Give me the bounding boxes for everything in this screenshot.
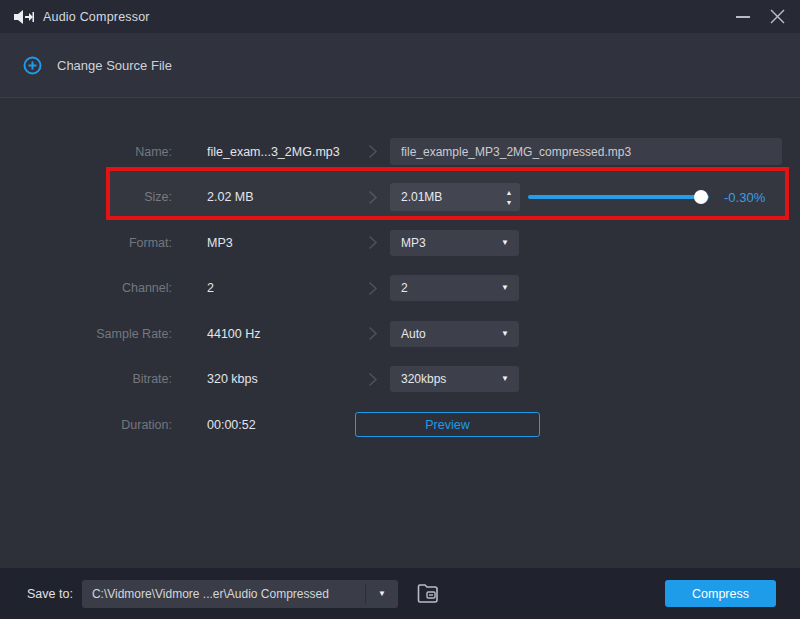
window-controls xyxy=(726,0,794,33)
window-title: Audio Compressor xyxy=(43,10,150,24)
save-to-label: Save to: xyxy=(27,587,73,601)
slider-thumb[interactable] xyxy=(694,190,708,204)
format-row: Format: MP3 MP3 ▼ xyxy=(0,220,800,266)
format-source-value: MP3 xyxy=(207,236,355,250)
size-row: Size: 2.02 MB ▲ ▼ -0.30% xyxy=(0,175,800,221)
duration-value: 00:00:52 xyxy=(207,418,355,432)
spinner-buttons: ▲ ▼ xyxy=(498,189,520,206)
chevron-right-icon xyxy=(355,281,390,296)
change-source-file-label: Change Source File xyxy=(57,58,172,73)
chevron-right-icon xyxy=(355,190,390,205)
bitrate-selected-value: 320kbps xyxy=(401,372,446,386)
compress-button[interactable]: Compress xyxy=(665,580,776,607)
slider-track[interactable] xyxy=(528,195,709,199)
close-icon xyxy=(770,9,785,24)
bitrate-dropdown[interactable]: 320kbps ▼ xyxy=(390,366,519,392)
sample-rate-row: Sample Rate: 44100 Hz Auto ▼ xyxy=(0,311,800,357)
channel-label: Channel: xyxy=(0,281,172,295)
spin-up-icon[interactable]: ▲ xyxy=(506,189,513,196)
preview-button[interactable]: Preview xyxy=(355,412,540,437)
size-reduction-percent: -0.30% xyxy=(724,190,765,205)
chevron-down-icon: ▼ xyxy=(501,375,509,383)
channel-source-value: 2 xyxy=(207,281,355,295)
footer-bar: Save to: C:\Vidmore\Vidmore ...er\Audio … xyxy=(0,568,800,619)
audio-compressor-window: Audio Compressor Change Source File Name… xyxy=(0,0,800,619)
chevron-right-icon xyxy=(355,144,390,159)
settings-panel: Name: file_exam...3_2MG.mp3 Size: 2.02 M… xyxy=(0,99,800,568)
minimize-button[interactable] xyxy=(726,0,760,33)
path-dropdown-button[interactable]: ▼ xyxy=(366,589,398,598)
plus-circle-icon xyxy=(23,56,42,75)
chevron-right-icon xyxy=(355,235,390,250)
minimize-icon xyxy=(736,16,750,18)
name-label: Name: xyxy=(0,145,172,159)
sample-rate-dropdown[interactable]: Auto ▼ xyxy=(390,321,519,347)
channel-selected-value: 2 xyxy=(401,281,408,295)
size-label: Size: xyxy=(0,190,172,204)
bitrate-row: Bitrate: 320 kbps 320kbps ▼ xyxy=(0,357,800,403)
format-selected-value: MP3 xyxy=(401,236,426,250)
size-source-value: 2.02 MB xyxy=(207,190,355,204)
bitrate-label: Bitrate: xyxy=(0,372,172,386)
sample-rate-selected-value: Auto xyxy=(401,327,426,341)
chevron-right-icon xyxy=(355,326,390,341)
duration-label: Duration: xyxy=(0,418,172,432)
format-label: Format: xyxy=(0,236,172,250)
sample-rate-source-value: 44100 Hz xyxy=(207,327,355,341)
save-path-combo[interactable]: C:\Vidmore\Vidmore ...er\Audio Compresse… xyxy=(82,580,398,608)
speaker-compress-icon xyxy=(14,9,34,25)
spin-down-icon[interactable]: ▼ xyxy=(506,199,513,206)
chevron-down-icon: ▼ xyxy=(501,239,509,247)
folder-icon xyxy=(416,583,440,604)
browse-folder-button[interactable] xyxy=(415,582,441,606)
title-bar: Audio Compressor xyxy=(0,0,800,33)
change-source-file-button[interactable]: Change Source File xyxy=(0,33,800,98)
chevron-down-icon: ▼ xyxy=(378,589,386,598)
chevron-right-icon xyxy=(355,372,390,387)
sample-rate-label: Sample Rate: xyxy=(0,327,172,341)
bitrate-source-value: 320 kbps xyxy=(207,372,355,386)
close-button[interactable] xyxy=(760,0,794,33)
format-dropdown[interactable]: MP3 ▼ xyxy=(390,230,519,256)
save-path-value[interactable]: C:\Vidmore\Vidmore ...er\Audio Compresse… xyxy=(82,587,365,601)
name-row: Name: file_exam...3_2MG.mp3 xyxy=(0,129,800,175)
size-slider[interactable] xyxy=(528,190,709,204)
target-size-input[interactable] xyxy=(390,190,498,204)
chevron-down-icon: ▼ xyxy=(501,284,509,292)
channel-row: Channel: 2 2 ▼ xyxy=(0,266,800,312)
name-source-value: file_exam...3_2MG.mp3 xyxy=(207,145,355,159)
output-name-input[interactable] xyxy=(390,138,782,165)
channel-dropdown[interactable]: 2 ▼ xyxy=(390,275,519,301)
chevron-down-icon: ▼ xyxy=(501,330,509,338)
duration-row: Duration: 00:00:52 Preview xyxy=(0,402,800,448)
target-size-spinner: ▲ ▼ xyxy=(390,183,520,211)
